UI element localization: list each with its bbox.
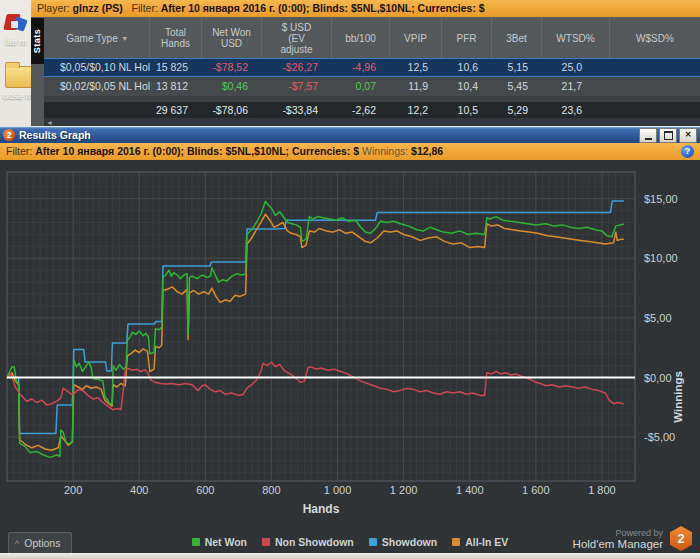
- cell: 5,45: [492, 77, 542, 96]
- total-cell: 5,29: [492, 102, 542, 118]
- cell: -4,96: [332, 59, 390, 76]
- y-tick-label: $5,00: [644, 312, 672, 324]
- cell: [610, 59, 700, 76]
- legend-label: Net Won: [205, 536, 247, 548]
- cell: $0,02/$0,05 NL Holdem: [44, 77, 150, 96]
- filter-label: Filter:: [6, 145, 32, 157]
- filter-value: After 10 января 2016 г. (0:00); Blinds: …: [161, 2, 485, 14]
- filter-value: After 10 января 2016 г. (0:00); Blinds: …: [35, 145, 359, 157]
- cell: 11,9: [390, 77, 442, 96]
- cell: -$7,57: [262, 77, 332, 96]
- x-tick-label: 200: [64, 484, 82, 496]
- x-tick-label: 1 000: [324, 484, 352, 496]
- x-tick-label: 600: [196, 484, 214, 496]
- x-tick-label: 1 800: [588, 484, 616, 496]
- column-header-total[interactable]: Total Hands: [150, 18, 202, 58]
- x-tick-label: 1 200: [390, 484, 418, 496]
- cell: 13 812: [150, 77, 202, 96]
- legend-item-all-in-ev[interactable]: All-In EV: [452, 536, 508, 548]
- legend-item-net-won[interactable]: Net Won: [192, 536, 247, 548]
- total-cell: 29 637: [150, 102, 202, 118]
- help-icon[interactable]: ?: [681, 145, 694, 158]
- player-value: glnzz (PS): [73, 2, 123, 14]
- legend-label: All-In EV: [465, 536, 508, 548]
- close-icon: ✕: [685, 129, 692, 141]
- x-tick-label: 1 600: [522, 484, 550, 496]
- stats-total-row: 29 637-$78,06-$33,84-2,6212,210,55,2923,…: [44, 102, 700, 118]
- h-scrollbar[interactable]: ◄: [44, 118, 700, 126]
- x-tick-label: 800: [262, 484, 280, 496]
- y-axis-title: Winnings: [672, 371, 684, 423]
- minimize-button[interactable]: [639, 128, 657, 143]
- x-axis-title: Hands: [303, 502, 340, 516]
- column-header-w-sd-[interactable]: W$SD%: [610, 18, 700, 58]
- maximize-button[interactable]: [659, 128, 677, 143]
- stats-table: Game Type▾Total HandsNet Won USD$ USD (E…: [44, 18, 700, 126]
- y-tick-label: $10,00: [644, 252, 678, 264]
- total-cell: 23,6: [542, 102, 610, 118]
- results-chart: 2004006008001 0001 2001 4001 6001 800Han…: [0, 160, 700, 528]
- column-header-net-won[interactable]: Net Won USD: [202, 18, 262, 58]
- table-row-0[interactable]: $0,05/$0,10 NL Holdem15 825-$78,52-$26,2…: [44, 58, 700, 77]
- total-cell: 10,5: [442, 102, 492, 118]
- stats-table-header: Game Type▾Total HandsNet Won USD$ USD (E…: [44, 18, 700, 58]
- x-tick-label: 1 400: [456, 484, 484, 496]
- cell: 15 825: [150, 59, 202, 76]
- stats-side-tab[interactable]: Stats: [31, 18, 44, 64]
- sort-arrow-icon[interactable]: ▾: [123, 33, 127, 44]
- x-tick-label: 400: [130, 484, 148, 496]
- table-row-1[interactable]: $0,02/$0,05 NL Holdem13 812$0,46-$7,570,…: [44, 77, 700, 96]
- total-cell: -$78,06: [202, 102, 262, 118]
- column-header-pfr[interactable]: PFR: [442, 18, 492, 58]
- graph-title-bar[interactable]: 2 Results Graph ✕: [0, 127, 700, 143]
- y-tick-label: $0,00: [644, 372, 672, 384]
- net-won-swatch-icon: [192, 538, 200, 546]
- graph-filter-bar: Filter: After 10 января 2016 г. (0:00); …: [0, 143, 700, 160]
- y-tick-label: $15,00: [644, 193, 678, 205]
- cell: $0,46: [202, 77, 262, 96]
- cell: 12,5: [390, 59, 442, 76]
- player-label: Player:: [37, 2, 70, 14]
- hm2-window-icon: 2: [3, 129, 15, 141]
- showdown-swatch-icon: [369, 538, 377, 546]
- cell: -$78,52: [202, 59, 262, 76]
- powered-by-block: Powered by Hold'em Manager 2: [573, 526, 692, 551]
- y-tick-label: -$5,00: [644, 431, 675, 443]
- cell: 21,7: [542, 77, 610, 96]
- stats-filter-bar: Player: glnzz (PS) Filter: After 10 янва…: [31, 0, 700, 17]
- cell: $0,05/$0,10 NL Holdem: [44, 59, 150, 76]
- total-cell: -$33,84: [262, 102, 332, 118]
- maximize-icon: [664, 131, 673, 140]
- legend-item-non-showdown[interactable]: Non Showdown: [262, 536, 354, 548]
- total-cell: [44, 102, 150, 118]
- column-header--usd[interactable]: $ USD (EV adjuste: [262, 18, 332, 58]
- winnings-label: Winnings:: [362, 145, 408, 157]
- stats-window: Player: glnzz (PS) Filter: After 10 янва…: [31, 0, 700, 126]
- column-header-3bet[interactable]: 3Bet: [492, 18, 542, 58]
- legend-item-showdown[interactable]: Showdown: [369, 536, 437, 548]
- cell: 0,07: [332, 77, 390, 96]
- winnings-value: $12,86: [411, 145, 443, 157]
- hm2-logo-icon: 2: [670, 526, 692, 551]
- cell: -$26,27: [262, 59, 332, 76]
- window-title: Results Graph: [19, 129, 637, 141]
- close-button[interactable]: ✕: [679, 128, 697, 143]
- filter-label: Filter:: [132, 2, 158, 14]
- stats-table-rows: $0,05/$0,10 NL Holdem15 825-$78,52-$26,2…: [44, 58, 700, 96]
- powered-by-label: Powered by: [573, 528, 663, 539]
- desktop-bottom-strip: [0, 553, 700, 559]
- column-header-bb-100[interactable]: bb/100: [332, 18, 390, 58]
- cell: [610, 77, 700, 96]
- legend-label: Non Showdown: [275, 536, 354, 548]
- screen: lite m oose m Player: glnzz (PS) Filter:…: [0, 0, 700, 559]
- cell: 10,6: [442, 59, 492, 76]
- cell: 10,4: [442, 77, 492, 96]
- total-cell: -2,62: [332, 102, 390, 118]
- cell: 25,0: [542, 59, 610, 76]
- column-header-wtsd-[interactable]: WTSD%: [542, 18, 610, 58]
- minimize-icon: [645, 138, 652, 140]
- scroll-left-icon[interactable]: ◄: [46, 118, 53, 127]
- legend-label: Showdown: [382, 536, 437, 548]
- column-header-game-type[interactable]: Game Type▾: [44, 18, 150, 58]
- column-header-vpip[interactable]: VPIP: [390, 18, 442, 58]
